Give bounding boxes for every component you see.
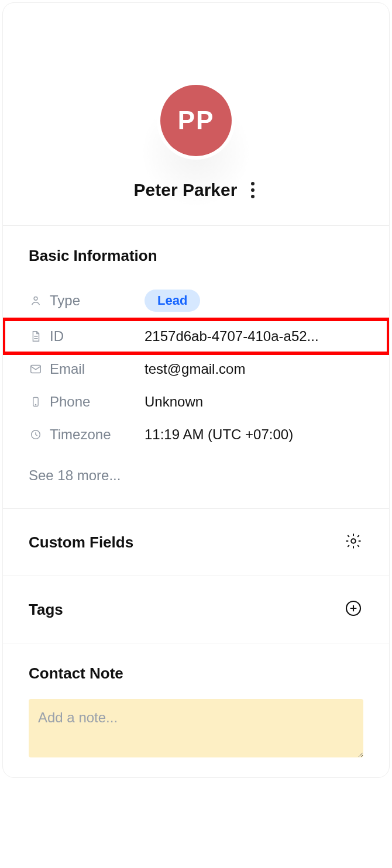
- contact-note-section: Contact Note: [3, 643, 389, 683]
- basic-information-section: Basic Information Type Lead ID 2157d6ab-…: [3, 226, 389, 508]
- svg-point-0: [34, 297, 37, 300]
- id-value: 2157d6ab-4707-410a-a52...: [145, 328, 319, 345]
- person-icon: [29, 294, 43, 308]
- svg-point-5: [351, 539, 356, 543]
- phone-value: Unknown: [145, 394, 203, 410]
- svg-point-3: [35, 404, 36, 405]
- contact-note-input[interactable]: [29, 699, 363, 757]
- document-icon: [29, 329, 43, 343]
- timezone-row: Timezone 11:19 AM (UTC +07:00): [29, 418, 363, 451]
- tags-section: Tags: [3, 576, 389, 643]
- email-label: Email: [50, 361, 137, 377]
- phone-icon: [29, 395, 43, 409]
- email-row: Email test@gmail.com: [29, 353, 363, 385]
- id-row: ID 2157d6ab-4707-410a-a52...: [29, 320, 363, 353]
- mail-icon: [29, 362, 43, 376]
- type-badge[interactable]: Lead: [145, 290, 200, 312]
- avatar-container: PP: [132, 85, 260, 190]
- type-row: Type Lead: [29, 281, 363, 320]
- avatar: PP: [160, 85, 232, 156]
- basic-information-title: Basic Information: [29, 247, 363, 265]
- gear-icon: [345, 532, 362, 552]
- timezone-label: Timezone: [50, 426, 137, 443]
- see-more-link[interactable]: See 18 more...: [29, 451, 363, 502]
- custom-fields-settings-button[interactable]: [343, 532, 363, 552]
- contact-card: PP Peter Parker Basic Information Type L…: [2, 2, 390, 778]
- phone-row: Phone Unknown: [29, 385, 363, 418]
- custom-fields-title: Custom Fields: [29, 533, 133, 552]
- clock-icon: [29, 428, 43, 442]
- svg-rect-1: [31, 366, 41, 373]
- email-value: test@gmail.com: [145, 361, 245, 377]
- contact-note-title: Contact Note: [29, 664, 363, 683]
- plus-circle-icon: [344, 599, 363, 620]
- custom-fields-section: Custom Fields: [3, 509, 389, 576]
- hero-section: PP Peter Parker: [3, 3, 389, 225]
- add-tag-button[interactable]: [343, 600, 363, 619]
- type-label: Type: [50, 292, 137, 309]
- timezone-value: 11:19 AM (UTC +07:00): [145, 426, 293, 443]
- id-label: ID: [50, 328, 137, 345]
- tags-title: Tags: [29, 601, 63, 619]
- phone-label: Phone: [50, 394, 137, 410]
